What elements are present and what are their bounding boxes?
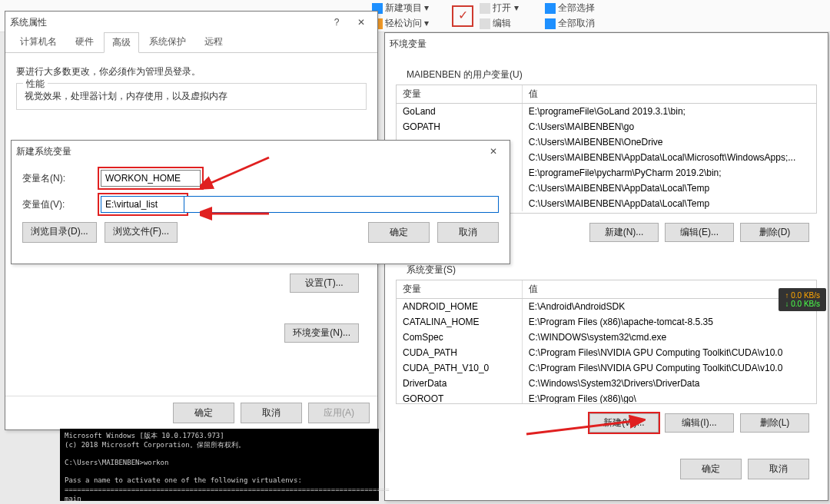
sysprops-title: 系统属性	[10, 16, 47, 29]
ribbon-new-item[interactable]: 新建项目 ▾	[369, 1, 432, 15]
tab-computer-name[interactable]: 计算机名	[12, 32, 65, 52]
table-row[interactable]: CUDA_PATHC:\Program Files\NVIDIA GPU Com…	[397, 345, 816, 360]
sysprops-ok-button[interactable]: 确定	[173, 403, 234, 423]
tab-hardware[interactable]: 硬件	[67, 32, 102, 52]
user-delete-button[interactable]: 删除(D)	[740, 223, 809, 242]
var-value-label: 变量值(V):	[22, 198, 91, 211]
ribbon-edit[interactable]: 编辑	[476, 16, 521, 31]
table-row[interactable]: GOPATHC:\Users\MAIBENBEN\go	[397, 119, 816, 134]
var-value-input[interactable]	[101, 196, 185, 213]
select-all-icon	[545, 3, 556, 14]
performance-group: 性能 视觉效果，处理器计划，内存使用，以及虚拟内存	[16, 83, 367, 110]
tab-remote[interactable]: 远程	[196, 32, 231, 52]
newvar-close-button[interactable]: ✕	[482, 146, 505, 157]
sys-delete-button[interactable]: 删除(L)	[740, 413, 809, 433]
close-button[interactable]: ✕	[350, 17, 373, 28]
newvar-cancel-button[interactable]: 取消	[437, 222, 499, 243]
env-title: 环境变量	[390, 38, 427, 51]
deselect-icon	[545, 18, 556, 29]
ribbon-deselect-all[interactable]: 全部取消	[542, 16, 598, 31]
ribbon-open[interactable]: 打开 ▾	[476, 1, 521, 15]
newvar-title: 新建系统变量	[16, 145, 71, 158]
table-row[interactable]: GoLandE:\programeFile\GoLand 2019.3.1\bi…	[397, 104, 816, 119]
user-new-button[interactable]: 新建(N)...	[589, 223, 659, 242]
browse-dir-button[interactable]: 浏览目录(D)...	[22, 222, 97, 243]
browse-file-button[interactable]: 浏览文件(F)...	[105, 222, 178, 243]
col-val[interactable]: 值	[523, 85, 816, 103]
col-var[interactable]: 变量	[397, 85, 523, 103]
sysprops-tabs: 计算机名 硬件 高级 系统保护 远程	[5, 33, 377, 53]
newvar-ok-button[interactable]: 确定	[368, 222, 430, 243]
table-row[interactable]: ComSpecC:\WINDOWS\system32\cmd.exe	[397, 330, 816, 345]
download-speed: ↓ 0.0 KB/s	[785, 300, 820, 308]
user-edit-button[interactable]: 编辑(E)...	[665, 223, 734, 242]
env-titlebar: 环境变量	[385, 33, 828, 55]
ribbon-properties-icon[interactable]	[452, 5, 473, 27]
network-speed-overlay: ↑ 0.0 KB/s ↓ 0.0 KB/s	[779, 288, 826, 311]
help-button[interactable]: ?	[325, 17, 348, 28]
sys-edit-button[interactable]: 编辑(I)...	[665, 413, 734, 433]
var-name-label: 变量名(N):	[22, 172, 91, 185]
sysprops-apply-button[interactable]: 应用(A)	[308, 403, 370, 423]
edit-icon	[480, 18, 490, 29]
ribbon-select-all[interactable]: 全部选择	[542, 1, 598, 15]
user-vars-label: MAIBENBEN 的用户变量(U)	[396, 62, 817, 81]
tab-advanced[interactable]: 高级	[104, 32, 139, 53]
ribbon-easy-access[interactable]: 轻松访问 ▾	[369, 16, 432, 31]
sysprops-titlebar: 系统属性 ?✕	[5, 12, 377, 33]
perf-text: 视觉效果，处理器计划，内存使用，以及虚拟内存	[25, 90, 358, 103]
col-val[interactable]: 值	[523, 280, 816, 298]
var-value-input-ext[interactable]	[184, 196, 499, 213]
col-var[interactable]: 变量	[397, 280, 523, 298]
terminal-window[interactable]: Microsoft Windows [版本 10.0.17763.973] (c…	[60, 429, 379, 501]
env-vars-window: 环境变量 MAIBENBEN 的用户变量(U) 变量值 GoLandE:\pro…	[384, 32, 828, 501]
open-icon	[480, 3, 490, 14]
newvar-titlebar: 新建系统变量 ✕	[12, 141, 510, 162]
env-cancel-button[interactable]: 取消	[748, 459, 809, 479]
env-ok-button[interactable]: 确定	[680, 459, 742, 479]
admin-note: 要进行大多数更改，你必须作为管理员登录。	[16, 65, 367, 78]
settings-button[interactable]: 设置(T)...	[290, 274, 359, 293]
table-row[interactable]: GOROOTE:\Program Files (x86)\go\	[397, 391, 816, 404]
var-name-input[interactable]	[101, 170, 201, 187]
table-row[interactable]: DriverDataC:\Windows\System32\Drivers\Dr…	[397, 376, 816, 391]
sys-new-button[interactable]: 新建(W)...	[589, 413, 659, 433]
env-vars-button[interactable]: 环境变量(N)...	[284, 323, 359, 343]
table-row[interactable]: ANDROID_HOMEE:\Android\AndroidSDK	[397, 299, 816, 314]
sys-vars-table[interactable]: 变量值 ANDROID_HOMEE:\Android\AndroidSDK CA…	[396, 280, 817, 404]
tab-system-protection[interactable]: 系统保护	[141, 32, 194, 52]
perf-legend: 性能	[23, 78, 48, 91]
table-row[interactable]: CATALINA_HOMEE:\Program Files (x86)\apac…	[397, 314, 816, 330]
upload-speed: ↑ 0.0 KB/s	[785, 291, 820, 300]
new-variable-dialog: 新建系统变量 ✕ 变量名(N): 变量值(V): 浏览目录(D)... 浏览文件…	[11, 140, 510, 264]
table-row[interactable]: CUDA_PATH_V10_0C:\Program Files\NVIDIA G…	[397, 360, 816, 376]
sysprops-cancel-button[interactable]: 取消	[241, 403, 302, 423]
